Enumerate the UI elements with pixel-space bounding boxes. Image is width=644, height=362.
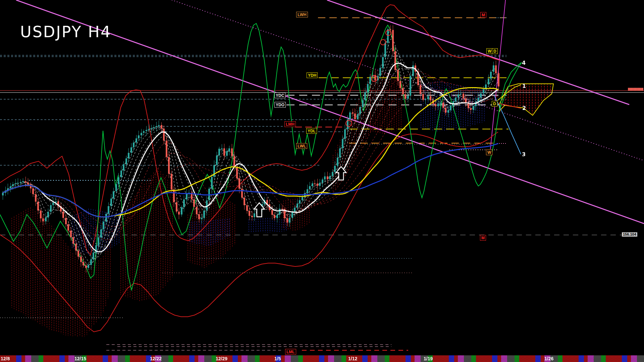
chart-window: USDJPY H4 LWHMWDYDHYDCYDOLMHYDLLWLDWMLML…: [0, 0, 644, 362]
chart-canvas[interactable]: [0, 0, 644, 362]
